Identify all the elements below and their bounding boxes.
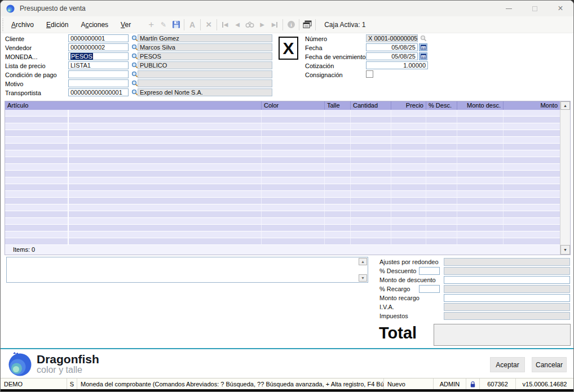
table-cell [426, 198, 457, 204]
table-cell [426, 238, 457, 245]
notes-scroll-up-icon[interactable]: ▲ [359, 258, 367, 265]
descuento-percent-input[interactable] [419, 267, 440, 275]
table-row[interactable] [5, 225, 560, 231]
next-icon[interactable]: ▶ [256, 19, 268, 31]
status-terminal-number: 607362 [480, 378, 516, 390]
condici-n-de-pago-input[interactable] [68, 70, 129, 78]
table-cell [351, 164, 391, 171]
save-icon[interactable] [170, 19, 182, 31]
first-icon[interactable]: ◀ [219, 19, 231, 31]
fecha-calendar-icon[interactable] [419, 43, 427, 51]
monto-de-descuento-field[interactable] [444, 276, 570, 284]
summary-row-i-v-a: I.V.A. [373, 303, 571, 312]
motivo-input[interactable] [68, 79, 129, 87]
brand-tagline: color y talle [37, 365, 99, 375]
column-header-monto-desc[interactable]: Monto desc. [457, 101, 504, 110]
vendedor-label: Vendedor [5, 44, 32, 52]
moneda-input[interactable]: PESOS [68, 52, 129, 60]
fecha-field[interactable]: 05/08/25 [366, 43, 418, 51]
table-row[interactable] [5, 204, 560, 211]
toolbar-separator [315, 19, 316, 30]
column-header-monto[interactable]: Monto [504, 101, 560, 110]
table-row[interactable] [5, 198, 560, 204]
table-cell [504, 137, 560, 144]
table-row[interactable] [5, 218, 560, 225]
table-cell [5, 150, 262, 157]
column-header-precio[interactable]: Precio [391, 101, 426, 110]
menu-acciones[interactable]: Acciones [74, 16, 114, 33]
last-icon[interactable]: ▶ [268, 19, 281, 31]
edit-icon[interactable]: ✎ [157, 19, 170, 31]
column-header-color[interactable]: Color [262, 101, 325, 110]
vencimiento-calendar-icon[interactable] [419, 52, 427, 60]
column-header-desc[interactable]: % Desc. [426, 101, 457, 110]
column-header-talle[interactable]: Talle [325, 101, 351, 110]
scroll-down-icon[interactable]: ▼ [560, 245, 570, 255]
cliente-input[interactable]: 0000000001 [68, 34, 129, 42]
table-row[interactable] [5, 191, 560, 198]
column-header-cantidad[interactable]: Cantidad [351, 101, 391, 110]
table-row[interactable] [5, 110, 560, 117]
search-icon[interactable] [244, 19, 256, 31]
menu-edici-n[interactable]: Edición [40, 16, 74, 33]
form-icon[interactable] [301, 19, 314, 31]
table-row[interactable] [5, 238, 560, 245]
status-user: ADMIN [434, 378, 466, 390]
table-row[interactable] [5, 171, 560, 177]
table-row[interactable] [5, 184, 560, 191]
table-cell [325, 123, 351, 130]
table-row[interactable] [5, 130, 560, 137]
prev-icon[interactable]: ◀ [231, 19, 244, 31]
table-cell [5, 218, 262, 225]
info-icon[interactable]: i [285, 19, 297, 31]
table-row[interactable] [5, 137, 560, 144]
recargo-percent-input[interactable] [419, 285, 440, 293]
table-cell [262, 184, 325, 191]
cotizacion-label: Cotización [305, 62, 334, 70]
grid-scrollbar[interactable]: ▲ ▼ [560, 101, 570, 255]
table-row[interactable] [5, 177, 560, 184]
menu-ver[interactable]: Ver [114, 16, 137, 33]
table-cell [5, 225, 262, 231]
menu-archivo[interactable]: Archivo [5, 16, 40, 33]
cotizacion-field[interactable]: 1.00000 [366, 61, 428, 69]
add-icon[interactable]: + [145, 19, 157, 31]
table-cell [262, 198, 325, 204]
table-cell [391, 218, 426, 225]
close-icon[interactable]: × [547, 1, 573, 16]
column-header-art-culo[interactable]: Artículo [5, 101, 262, 110]
table-row[interactable] [5, 157, 560, 164]
table-cell [457, 157, 504, 164]
table-cell [262, 137, 325, 144]
maximize-icon[interactable] [522, 1, 547, 16]
delete-icon[interactable]: × [202, 19, 215, 31]
table-row[interactable] [5, 117, 560, 123]
summary-row-descuento: % Descuento [373, 267, 571, 276]
table-row[interactable] [5, 231, 560, 238]
minimize-icon[interactable] [496, 1, 522, 16]
vencimiento-field[interactable]: 05/08/25 [366, 52, 418, 60]
scroll-up-icon[interactable]: ▲ [560, 101, 570, 110]
table-row[interactable] [5, 164, 560, 171]
table-row[interactable] [5, 144, 560, 150]
table-cell [325, 191, 351, 198]
monto-recargo-field[interactable] [444, 294, 570, 302]
table-cell [325, 231, 351, 238]
table-cell [5, 191, 262, 198]
table-cell [325, 110, 351, 117]
accept-button[interactable]: Aceptar [490, 357, 525, 372]
cliente-label: Cliente [5, 35, 24, 43]
lista-de-precio-label: Lista de precio [5, 62, 46, 70]
transportista-input[interactable]: 000000000000001 [68, 88, 129, 96]
cancel-button[interactable]: Cancelar [532, 357, 567, 372]
table-cell [351, 110, 391, 117]
lista-de-precio-input[interactable]: LISTA1 [68, 61, 129, 69]
notes-scroll-down-icon[interactable]: ▼ [359, 274, 367, 282]
consignacion-checkbox[interactable] [366, 70, 373, 78]
observations-textarea[interactable]: ▲ ▼ [6, 257, 368, 283]
table-row[interactable] [5, 150, 560, 157]
table-row[interactable] [5, 123, 560, 130]
vendedor-input[interactable]: 0000000002 [68, 43, 129, 51]
table-row[interactable] [5, 211, 560, 218]
font-icon[interactable]: A [186, 19, 198, 31]
